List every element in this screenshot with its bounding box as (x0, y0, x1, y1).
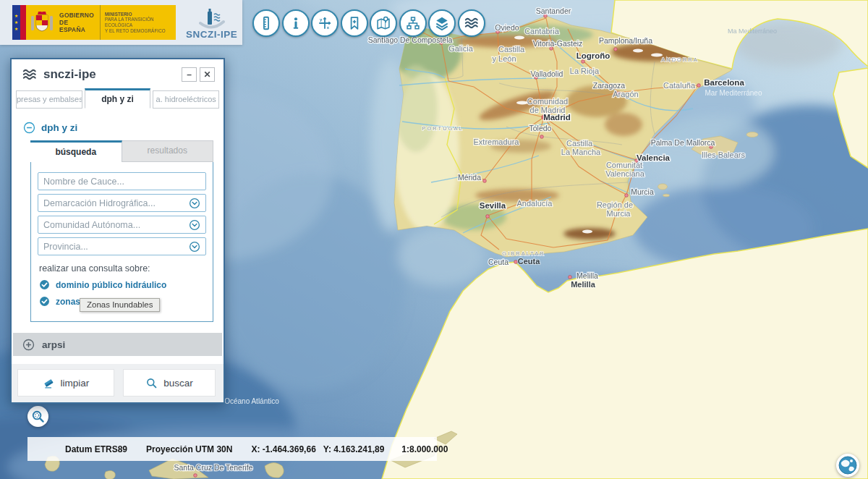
collapse-icon[interactable] (23, 122, 35, 134)
overview-globe-button[interactable] (836, 454, 859, 477)
city-marker (569, 276, 571, 279)
map-label: Valladolid (531, 69, 563, 78)
map-label: Illes Balears (702, 151, 745, 159)
map-label: Océano Atlántico (224, 397, 279, 405)
snczi-viewer: SantanderOviedoCantabriaVitoria-GasteizP… (0, 0, 868, 479)
checkbox-label: dominio público hidráulico (56, 280, 166, 290)
toolbar-button-sitemap[interactable] (399, 9, 427, 37)
map-label: Cataluña (663, 81, 696, 90)
city-marker (486, 215, 489, 218)
coordinates-icon: yx (317, 15, 333, 31)
coordinate-x: X: -1.464.369,66 (251, 444, 315, 454)
toolbar-button-bookmark-add[interactable] (341, 9, 368, 37)
snczi-panel: snczi-ipe – ✕ presas y embalses dph y zi… (10, 58, 225, 404)
accordion-arpsi[interactable]: arpsi (13, 333, 222, 356)
map-toolbar: yx (252, 9, 485, 37)
city-marker (582, 60, 584, 63)
accordion-dph-label: dph y zi (41, 122, 77, 133)
map-label: Ceuta (488, 258, 509, 266)
map-label: Ceuta (518, 257, 540, 266)
checkbox-dominio-p-blico-hidr-ulico[interactable]: dominio público hidráulico (39, 279, 206, 290)
map-label: Región de (597, 200, 633, 209)
layers-icon (434, 15, 450, 31)
subtab-resultados[interactable]: resultados (122, 140, 214, 162)
search-subtabs: búsqueda resultados (30, 140, 213, 162)
panel-title: snczi-ipe (43, 67, 96, 82)
zoom-tool-button[interactable] (27, 406, 48, 427)
city-marker (514, 260, 517, 263)
gobierno-title: GOBIERNO DE ESPAÑA (58, 5, 101, 40)
search-section: búsqueda resultados Nombre de Cauce...De… (30, 140, 213, 322)
coat-of-arms-icon (26, 5, 58, 40)
provincia-select[interactable]: Provincia... (38, 237, 206, 255)
buscar-button[interactable]: buscar (123, 369, 216, 397)
svg-text:y: y (320, 17, 323, 22)
map-label: Barcelona (704, 78, 744, 87)
scale-ratio: 1:8.000.000 (401, 444, 448, 454)
flag-red-band (20, 5, 26, 40)
field-placeholder: Provincia... (43, 242, 189, 252)
demarcacion-select[interactable]: Demarcación Hidrográfica... (38, 194, 206, 212)
expand-icon (22, 339, 35, 351)
map-location-icon (375, 15, 391, 31)
toolbar-button-layers[interactable] (428, 9, 456, 37)
panel-tabs: presas y embalses dph y zi a. hidroeléct… (12, 82, 224, 109)
map-label: Zaragoza (593, 81, 626, 90)
toolbar-button-map-location[interactable] (370, 9, 397, 37)
tab-dph-y-zi[interactable]: dph y zi (85, 88, 151, 109)
tab-a-hidroelectricos[interactable]: a. hidroeléctricos (153, 90, 219, 109)
toolbar-button-info[interactable] (282, 9, 310, 37)
map-label: Valenciana (605, 169, 644, 178)
map-label: Ma Mediterráneo (728, 27, 777, 35)
zonas-inundables-tooltip: Zonas Inundables (80, 298, 160, 312)
map-label: Toledo (529, 124, 552, 132)
panel-header[interactable]: snczi-ipe – ✕ (12, 59, 224, 82)
map-label: Mérida (458, 173, 481, 182)
map-label: Extremadura (474, 137, 520, 146)
map-label: Comunitat (606, 161, 642, 169)
tab-presas-y-embalses[interactable]: presas y embalses (16, 90, 82, 109)
city-marker (483, 179, 486, 182)
map-label: Vitoria-Gasteiz (533, 39, 583, 48)
map-label: Andalucía (517, 199, 553, 208)
eraser-icon (43, 377, 55, 389)
query-label: realizar una consulta sobre: (39, 263, 206, 274)
accordion-dph-y-zi[interactable]: dph y zi (23, 122, 224, 134)
toolbar-button-waves[interactable] (458, 9, 485, 37)
chevron-down-icon[interactable] (189, 198, 200, 209)
toolbar-button-ruler[interactable] (252, 9, 280, 37)
gobierno-logo: ★★★ GOBIERNO DE ESPAÑA (12, 5, 176, 40)
chevron-down-icon[interactable] (189, 241, 200, 253)
subtab-busqueda[interactable]: búsqueda (30, 140, 122, 162)
close-button[interactable]: ✕ (200, 67, 215, 82)
accordion-arpsi-label: arpsi (42, 339, 65, 350)
search-icon (145, 377, 158, 389)
toolbar-button-coordinates[interactable]: yx (311, 9, 339, 37)
map-label: Galicia (448, 44, 474, 53)
field-placeholder: Nombre de Cauce... (43, 177, 200, 187)
ministerio-title: MINISTERIO PARA LA TRANSICIÓN ECOLÓGICA … (101, 5, 176, 40)
map-label: Melilla (571, 280, 596, 289)
map-label: La Mancha (561, 148, 601, 156)
check-badge-icon (39, 296, 50, 307)
limpiar-button[interactable]: limpiar (17, 369, 114, 397)
map-label: Sevilla (480, 201, 506, 210)
ministerio-line3: Y EL RETO DEMOGRÁFICO (105, 28, 171, 34)
map-label: Castilla (566, 139, 593, 148)
limpiar-label: limpiar (61, 378, 90, 389)
cauce-input[interactable]: Nombre de Cauce... (38, 172, 206, 190)
minimize-button[interactable]: – (182, 67, 197, 82)
info-icon (288, 15, 304, 31)
map-label: y León (492, 54, 516, 63)
chevron-down-icon[interactable] (189, 219, 200, 231)
comunidad-select[interactable]: Comunidad Autónoma... (38, 216, 206, 234)
city-marker (697, 84, 700, 87)
map-label: Cantabria (524, 27, 560, 35)
map-label: Pamplona/Iruña (599, 36, 652, 45)
map-label: Logroño (576, 51, 610, 60)
check-badge-icon (39, 279, 50, 290)
city-marker (625, 194, 628, 197)
map-label: Mar Mediterráneo (705, 89, 762, 97)
map-label: Aragón (613, 90, 638, 98)
map-statusbar: 0 100 200km Datum ETRS89 Proyección UTM … (27, 437, 437, 461)
